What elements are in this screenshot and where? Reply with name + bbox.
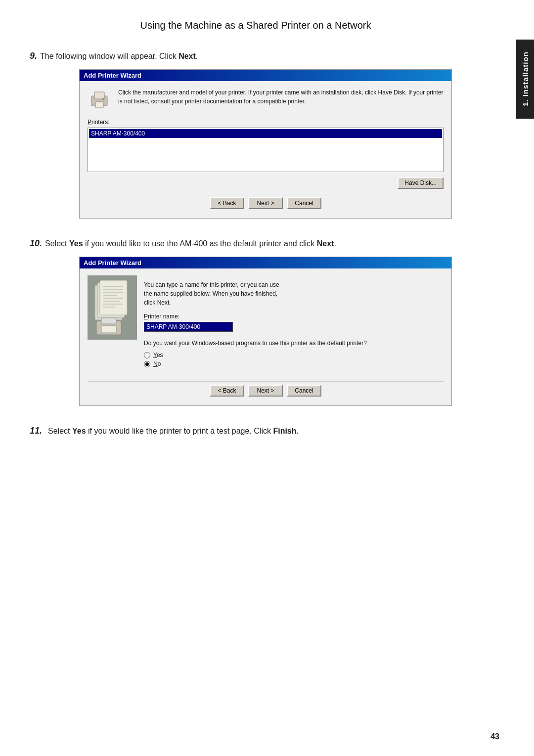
yes-radio-row[interactable]: Yes	[144, 352, 437, 358]
step9-top-row: Click the manufacturer and model of your…	[88, 88, 444, 112]
step9-dialog-buttons: < Back Next > Cancel	[88, 194, 444, 211]
default-printer-radio-group: Yes No	[144, 352, 437, 367]
svg-rect-1	[94, 92, 104, 99]
svg-rect-18	[101, 326, 116, 333]
step10-dialog-content: You can type a name for this printer, or…	[137, 275, 444, 374]
sidebar-installation-tab: 1. Installation	[516, 40, 534, 119]
printer-wizard-icon	[88, 88, 111, 112]
step9-dialog: Add Printer Wizard Click the manufacture…	[79, 69, 452, 219]
step-10-intro-text: Select Yes if you would like to use the …	[45, 239, 336, 248]
printer-item-selected[interactable]: SHARP AM-300/400	[89, 129, 442, 138]
step-9-intro: 9. The following window will appear. Cli…	[30, 51, 482, 61]
step-10-block: 10. Select Yes if you would like to use …	[30, 238, 482, 406]
step10-dialog-body: You can type a name for this printer, or…	[80, 268, 451, 405]
printer-name-label: Printer name:	[144, 313, 437, 320]
step9-next-button[interactable]: Next >	[248, 197, 283, 209]
step10-next-button[interactable]: Next >	[248, 385, 283, 397]
yes-radio-label: Yes	[153, 352, 163, 358]
step10-back-button[interactable]: < Back	[210, 385, 244, 397]
step10-dialog: Add Printer Wizard	[79, 257, 452, 406]
printers-label-row: Printers: SHARP AM-300/400	[88, 119, 444, 172]
step9-dialog-title: Add Printer Wizard	[84, 72, 141, 79]
no-radio-row[interactable]: No	[144, 360, 437, 367]
no-radio-label: No	[153, 360, 161, 367]
printers-list[interactable]: SHARP AM-300/400	[88, 128, 444, 172]
svg-rect-7	[100, 280, 127, 315]
step-11-number: 11.	[30, 426, 42, 436]
step-11-block: 11. Select Yes if you would like the pri…	[30, 426, 482, 436]
step-10-number: 10.	[30, 238, 42, 249]
step-10-intro: 10. Select Yes if you would like to use …	[30, 238, 482, 249]
step10-top-row: You can type a name for this printer, or…	[88, 275, 444, 374]
step9-dialog-titlebar: Add Printer Wizard	[80, 70, 451, 81]
svg-point-3	[102, 98, 104, 100]
no-radio-button[interactable]	[144, 361, 150, 367]
step-9-intro-text: The following window will appear. Click …	[40, 52, 198, 61]
step9-dialog-body: Click the manufacturer and model of your…	[80, 81, 451, 218]
page-header: Using the Machine as a Shared Printer on…	[30, 20, 482, 31]
have-disk-row: Have Disk...	[88, 177, 444, 189]
svg-rect-2	[95, 102, 103, 108]
page-number: 43	[490, 732, 499, 741]
step10-dialog-title: Add Printer Wizard	[84, 259, 141, 267]
svg-rect-17	[101, 318, 116, 324]
step10-wizard-image	[88, 275, 137, 340]
step10-description: You can type a name for this printer, or…	[144, 280, 437, 307]
printers-label: Printers:	[88, 119, 444, 126]
step-11-intro-text: Select Yes if you would like the printer…	[48, 427, 299, 436]
step9-cancel-button[interactable]: Cancel	[287, 197, 321, 209]
step-9-block: 9. The following window will appear. Cli…	[30, 51, 482, 219]
yes-radio-button[interactable]	[144, 352, 150, 358]
step10-cancel-button[interactable]: Cancel	[287, 385, 321, 397]
have-disk-button[interactable]: Have Disk...	[398, 177, 444, 189]
step9-back-button[interactable]: < Back	[210, 197, 244, 209]
default-question: Do you want your Windows-based programs …	[144, 339, 437, 348]
step10-dialog-titlebar: Add Printer Wizard	[80, 257, 451, 268]
step-11-intro: 11. Select Yes if you would like the pri…	[30, 426, 482, 436]
step9-dialog-description: Click the manufacturer and model of your…	[118, 88, 444, 106]
printer-name-field[interactable]: SHARP AM-300/400	[144, 322, 233, 332]
step10-dialog-buttons: < Back Next > Cancel	[88, 381, 444, 399]
step-9-number: 9.	[30, 51, 37, 61]
